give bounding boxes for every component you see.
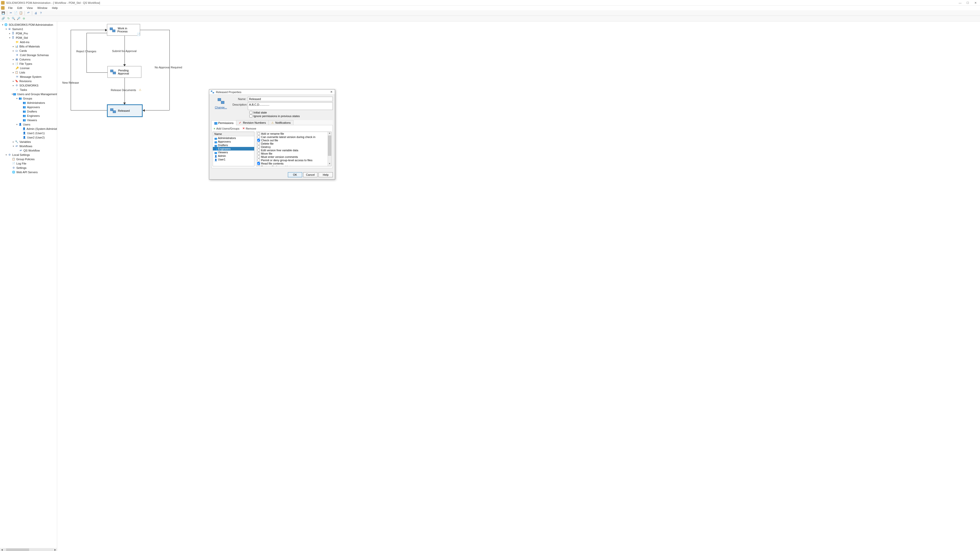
tree-solidworks[interactable]: ▸⚙SOLIDWORKS [0,83,57,87]
scroll-thumb[interactable] [328,135,331,156]
workflow-canvas[interactable]: Work in Process 📄 Pending Approval Relea… [57,21,980,551]
tree-grp-viewers[interactable]: 👥Viewers [0,118,57,122]
tb-zoomout-icon[interactable]: ⊖ [21,16,26,21]
initial-state-checkbox[interactable] [249,111,252,114]
tree-user-admin[interactable]: 👤Admin (System Administrator) [0,127,57,131]
tree-logfile[interactable]: 📄Log File [0,161,57,165]
tree-cards[interactable]: ▸🗂Cards [0,48,57,53]
tree-bom[interactable]: ▸📊Bills of Materials [0,44,57,48]
tree-grp-admins[interactable]: 👥Administrators [0,100,57,105]
tree-users[interactable]: ▾👤Users [0,122,57,127]
permission-checkbox[interactable] [257,135,260,138]
tree-grp-drafters[interactable]: 👥Drafters [0,109,57,114]
tree-filetypes[interactable]: ▸📑File Types [0,62,57,66]
ok-button[interactable]: OK [288,172,302,177]
help-button[interactable]: Help [318,172,333,177]
scroll-up-icon[interactable]: ▲ [328,132,331,135]
users-groups-list[interactable]: Name AdministratorsApproversDraftersEngi… [213,132,255,166]
tree-local[interactable]: ▾⚙Local Settings [0,152,57,157]
tab-notifications[interactable]: Notifications [269,120,293,125]
tree-columns[interactable]: ▸▦Columns [0,57,57,62]
tree-vault-pro[interactable]: ▸🗄PDM_Pro [0,31,57,35]
tb-undo-icon[interactable]: ↶ [26,11,30,15]
permissions-list[interactable]: Add or rename fileCan overwrite latest v… [256,132,331,166]
wf-node-pending[interactable]: Pending Approval [107,66,142,78]
permission-item[interactable]: Check out file [256,138,328,142]
wf-node-released[interactable]: Released [107,104,143,117]
permission-item[interactable]: Move file [256,152,328,155]
permission-checkbox[interactable] [257,132,260,135]
permission-item[interactable]: Add or rename file [256,132,328,135]
name-list-item[interactable]: Approvers [213,140,254,143]
tree-groups[interactable]: ▾👥Groups [0,96,57,100]
tree-grp-approvers[interactable]: 👥Approvers [0,105,57,109]
tb-link-icon[interactable]: 🔗 [1,16,6,21]
hscroll-right-icon[interactable]: ▶ [53,548,57,551]
permission-checkbox[interactable] [257,142,260,145]
tree-grp-engineers[interactable]: 👥Engineers [0,114,57,118]
permission-item[interactable]: Permit or deny group-level access to fil… [256,159,328,162]
tab-revision-numbers[interactable]: Revision Numbers [236,120,269,125]
tree-qsworkflow[interactable]: ⇄QS Workflow [0,148,57,152]
tb-save-icon[interactable]: 💾 [1,11,6,15]
tree-settings[interactable]: ⚙Settings [0,165,57,170]
ignore-perms-checkbox[interactable] [249,114,252,118]
close-button[interactable]: ✕ [974,1,977,4]
tb-help-icon[interactable]: ? [38,11,43,15]
permission-item[interactable]: Delete file [256,142,328,145]
permission-checkbox[interactable] [257,162,260,165]
hscroll-left-icon[interactable]: ◀ [0,548,3,551]
desc-input[interactable] [248,102,333,110]
dialog-titlebar[interactable]: Released Properties ✕ [209,89,335,95]
tree-user-1[interactable]: 👤User1 (User1) [0,131,57,135]
change-icon-link[interactable]: Change... [211,106,231,109]
name-list-item[interactable]: Engineers [213,147,254,151]
tree-revisions[interactable]: ▸🔖Revisions [0,79,57,83]
scroll-down-icon[interactable]: ▼ [328,162,331,166]
name-column-header[interactable]: Name [213,132,254,136]
name-list-item[interactable]: Administrators [213,136,254,140]
name-list-item[interactable]: Admin [213,154,254,158]
minimize-button[interactable]: — [959,1,962,4]
tree-coldstorage[interactable]: ❄Cold Storage Schemas [0,53,57,57]
wf-node-wip[interactable]: Work in Process [107,24,140,36]
tb-paste-icon[interactable]: 📋 [19,11,23,15]
hscroll-thumb[interactable] [6,548,29,551]
tree-usersgroups[interactable]: ▾👥Users and Groups Management⚠ [0,92,57,96]
tb-copy-icon[interactable]: 📄 [14,11,18,15]
tree-license[interactable]: 🔑License [0,66,57,70]
permission-item[interactable]: Can overwrite latest version during chec… [256,135,328,138]
tree-addins[interactable]: 📁Add-ins [0,40,57,44]
menu-file[interactable]: File [6,6,15,10]
add-users-button[interactable]: Add Users/Groups [213,127,239,130]
tab-permissions[interactable]: 👥Permissions [211,121,236,125]
tb-refresh-icon[interactable]: ↻ [6,16,11,21]
tree-root[interactable]: ▾🌐SOLIDWORKS PDM Administration [0,22,57,27]
remove-button[interactable]: Remove [242,127,256,130]
permission-item[interactable]: Destroy [256,145,328,148]
perm-scrollbar[interactable]: ▲ ▼ [328,132,331,166]
name-list-item[interactable]: User1 [213,158,254,161]
permission-item[interactable]: Restore file from cold storage [256,165,328,166]
permission-checkbox[interactable] [257,159,260,162]
tree-vault-std[interactable]: ▾🗄PDM_Std [0,35,57,40]
permission-item[interactable]: Read file contents [256,162,328,165]
tb-cut-icon[interactable]: ✂ [8,11,13,15]
tree-workflows[interactable]: ▾⇄Workflows [0,144,57,148]
permission-checkbox[interactable] [257,152,260,155]
permission-checkbox[interactable] [257,149,260,151]
permission-checkbox[interactable] [257,156,260,158]
tree-variables[interactable]: ▸🔧Variables [0,140,57,144]
tree-tasks[interactable]: ✓Tasks [0,87,57,92]
maximize-button[interactable]: ☐ [966,1,969,4]
tree-server[interactable]: ▾🖥Ssmvm1 [0,27,57,31]
sidebar-hscroll[interactable]: ◀ ▶ [0,548,57,551]
menu-view[interactable]: View [25,6,35,10]
tree-user-2[interactable]: 👤User2 (User2) [0,135,57,140]
permission-checkbox[interactable] [257,139,260,141]
permission-checkbox[interactable] [257,145,260,148]
tree-lists[interactable]: ▸📋Lists [0,70,57,75]
name-input[interactable] [248,97,333,101]
menu-help[interactable]: Help [50,6,60,10]
permission-item[interactable]: Must enter version comments [256,155,328,159]
